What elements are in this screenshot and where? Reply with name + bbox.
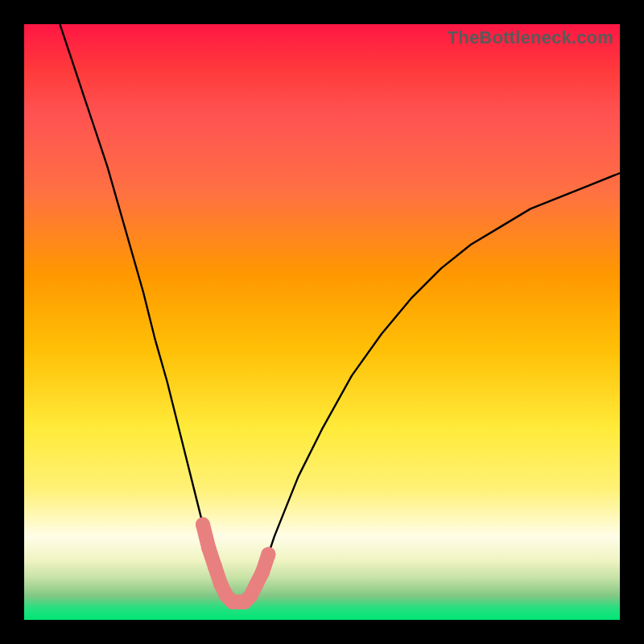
data-markers <box>196 518 275 609</box>
marker-dot <box>196 518 210 532</box>
chart-frame: TheBottleneck.com <box>0 0 644 644</box>
marker-dot <box>201 541 216 555</box>
marker-dot <box>261 547 275 562</box>
plot-area: TheBottleneck.com <box>24 24 620 620</box>
curve-layer <box>24 24 620 620</box>
marker-dot <box>255 565 270 580</box>
marker-dot <box>208 559 222 573</box>
bottleneck-curve <box>60 24 620 602</box>
